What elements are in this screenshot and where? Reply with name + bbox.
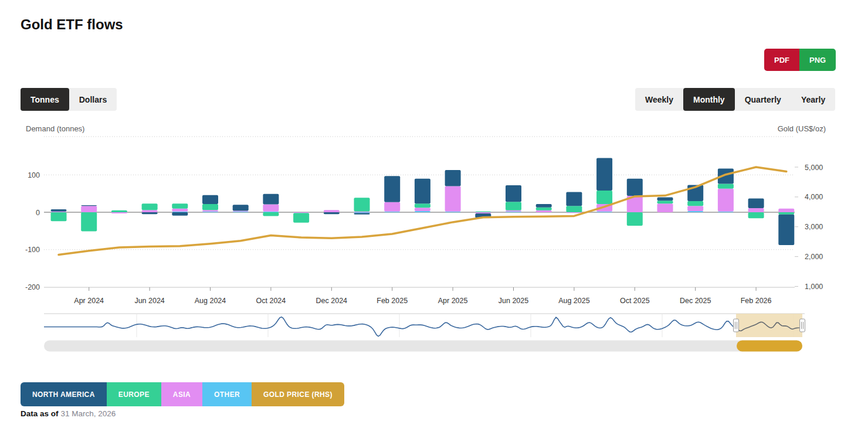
bar-segment [293,212,309,213]
data-as-of: Data as of31 March, 2026 [21,409,116,418]
bar-segment [445,170,461,186]
bar-segment [687,206,703,211]
bar-segment [627,212,643,226]
legend-item-north-america[interactable]: NORTH AMERICA [21,382,107,406]
legend-item-europe[interactable]: EUROPE [107,382,161,406]
bar-segment [384,202,400,212]
x-axis-label: Feb 2025 [377,297,408,305]
legend-item-asia[interactable]: ASIA [161,382,202,406]
bar-segment [415,179,430,204]
bar-segment [718,189,734,212]
bar-segment [506,210,521,212]
bar-segment [596,191,612,204]
navigator-handle-right[interactable] [800,319,805,332]
right-axis-label: 3,000 [805,223,823,231]
left-axis-label: -200 [25,283,40,291]
bar-segment [596,212,612,212]
bar-segment [506,185,521,202]
legend-item-other[interactable]: OTHER [202,382,252,406]
bar-segment [384,176,400,202]
bar-segment [233,205,249,210]
bar-segment [263,212,279,216]
navigator-handle-left[interactable] [734,319,739,332]
bar-segment [142,212,158,214]
right-axis-label: 1,000 [805,283,823,291]
left-axis-label: 0 [36,209,40,217]
bar-segment [142,203,158,210]
bar-segment [354,212,370,213]
bar-segment [172,212,188,212]
x-axis-label: Jun 2024 [134,297,164,305]
x-axis-label: Apr 2025 [438,297,468,305]
bar-segment [718,212,734,212]
bar-segment [445,186,461,211]
right-axis-label: 2,000 [805,253,823,261]
bar-segment [51,212,67,212]
bar-segment [202,212,218,212]
bar-segment [172,203,188,208]
x-axis-label: Oct 2025 [620,297,650,305]
bar-segment [657,203,673,212]
bar-segment [263,205,279,212]
bar-segment [172,212,188,216]
bar-segment [778,212,794,215]
bar-segment [354,213,370,215]
bar-segment [536,204,552,208]
bar-segment [51,212,67,221]
navigator-series-line [44,317,735,337]
bar-segment [475,212,491,213]
bar-segment [202,210,218,212]
bar-segment [233,212,249,212]
x-axis-label: Feb 2026 [741,297,772,305]
bar-segment [566,192,582,206]
navigator-selected-range[interactable] [736,314,802,337]
bar-segment [536,208,552,210]
bar-segment [566,206,582,212]
data-as-of-date: 31 March, 2026 [59,409,116,418]
bar-segment [657,198,673,201]
left-axis-label: 100 [28,171,40,179]
bar-segment [293,213,309,223]
x-axis-label: Aug 2025 [558,297,590,305]
right-axis-label: 5,000 [805,164,823,172]
bar-segment [506,212,521,212]
scrollbar-thumb[interactable] [737,341,802,352]
gold-etf-flows-widget: Gold ETF flows PDFPNG TonnesDollars Week… [0,0,868,428]
scrollbar-track[interactable] [44,341,802,352]
bar-segment [506,202,521,210]
bar-segment [111,212,127,213]
chart-legend: NORTH AMERICAEUROPEASIAOTHERGOLD PRICE (… [21,382,344,406]
bar-segment [536,210,552,212]
bar-segment [384,212,400,212]
bar-segment [81,212,97,232]
x-axis-label: Jun 2025 [499,297,528,305]
bar-segment [778,215,794,245]
bar-segment [172,209,188,212]
bar-segment [596,158,612,191]
bar-segment [748,208,764,212]
x-axis-label: Dec 2025 [680,297,711,305]
bar-segment [566,212,582,213]
bar-segment [687,211,703,212]
bar-segment [415,203,430,208]
bar-segment [233,210,249,211]
x-axis-label: Apr 2024 [74,297,104,305]
bar-segment [627,179,643,196]
bar-segment [748,212,764,218]
bar-segment [354,212,370,212]
bar-segment [81,206,97,212]
bar-segment [81,205,97,206]
etf-flows-chart: 1000-100-2005,0004,0003,0002,0001,000Apr… [0,0,868,428]
x-axis-label: Aug 2024 [195,297,226,305]
bar-segment [718,184,734,189]
bar-segment [778,209,794,212]
bar-segment [202,204,218,210]
bar-segment [263,194,279,205]
bar-segment [415,211,430,212]
bar-segment [657,201,673,203]
legend-item-gold-price-rhs-[interactable]: GOLD PRICE (RHS) [252,382,344,406]
bar-segment [324,210,340,212]
bar-segment [415,208,430,211]
right-axis-label: 4,000 [805,193,823,201]
bar-segment [324,212,340,214]
